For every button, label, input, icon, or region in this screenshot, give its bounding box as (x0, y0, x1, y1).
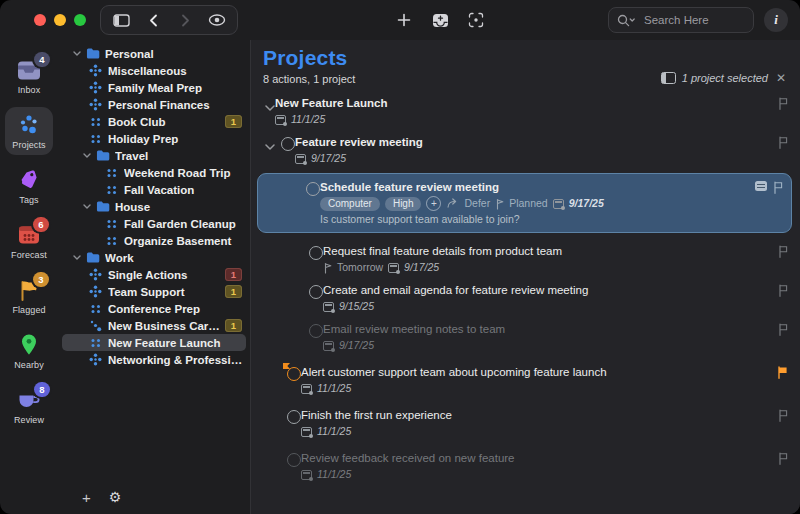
status-circle[interactable] (287, 410, 301, 424)
tree-item-miscellaneous[interactable]: Miscellaneous (62, 62, 246, 79)
focus-button[interactable] (460, 7, 492, 33)
task-row-email-review-meeting-notes[interactable]: Email review meeting notes to team 9/17/… (263, 321, 788, 353)
focus-scan-icon (468, 12, 484, 28)
project-grid-icon (90, 133, 102, 145)
toolbar-actions (388, 7, 492, 33)
chevron-down-icon (83, 153, 91, 158)
tree-folder-travel[interactable]: Travel (62, 147, 246, 164)
status-circle[interactable] (309, 324, 323, 338)
flag-outline-icon[interactable] (778, 97, 788, 110)
zoom-window-button[interactable] (74, 14, 86, 26)
flag-solid-icon[interactable] (777, 366, 788, 379)
task-row-schedule-feature-review-meeting[interactable]: Schedule feature review meeting Computer… (257, 173, 792, 233)
minimize-window-button[interactable] (54, 14, 66, 26)
due-date-icon (323, 302, 334, 312)
task-row-new-feature-launch[interactable]: New Feature Launch 11/1/25 (263, 95, 788, 127)
status-circle-flagged[interactable] (287, 367, 301, 381)
folder-icon (96, 150, 110, 161)
tag-pill[interactable]: Computer (320, 197, 380, 211)
tree-item-new-feature-launch[interactable]: New Feature Launch (62, 334, 246, 351)
tree-item-new-business-cards[interactable]: New Business Cards 1 (62, 317, 246, 334)
planned-label: Tomorrow (337, 260, 383, 275)
add-project-button[interactable]: + (82, 490, 91, 505)
flag-outline-icon[interactable] (778, 323, 788, 336)
due-date: 9/17/25 (404, 260, 439, 275)
single-actions-icon (89, 353, 102, 366)
tree-item-holiday-prep[interactable]: Holiday Prep (62, 130, 246, 147)
project-grid-icon (106, 184, 118, 196)
task-row-feature-review-meeting[interactable]: Feature review meeting 9/17/25 (263, 134, 788, 166)
search-icon (617, 14, 636, 27)
status-circle[interactable] (309, 246, 323, 260)
single-actions-icon (89, 64, 102, 77)
add-tag-button[interactable]: + (426, 196, 441, 211)
task-row-finish-first-run[interactable]: Finish the first run experience 11/1/25 (263, 407, 788, 439)
toggle-sidebar-button[interactable] (105, 7, 137, 33)
task-note: Is customer support team available to jo… (320, 212, 737, 226)
tree-item-book-club[interactable]: Book Club 1 (62, 113, 246, 130)
task-row-review-feedback[interactable]: Review feedback received on new feature … (263, 450, 788, 482)
tree-item-weekend-road-trip[interactable]: Weekend Road Trip (62, 164, 246, 181)
task-title: Finish the first run experience (301, 407, 742, 423)
search-field[interactable] (608, 7, 754, 33)
collapse-chevron-icon[interactable] (265, 97, 275, 115)
chevron-right-icon (181, 14, 190, 27)
view-options-button[interactable] (201, 7, 233, 33)
task-row-create-and-email-agenda[interactable]: Create and email agenda for feature revi… (263, 282, 788, 314)
main-header: Projects 8 actions, 1 project 1 project … (263, 46, 788, 85)
tree-folder-work[interactable]: Work (62, 249, 246, 266)
rail-item-flagged[interactable]: 3 Flagged (5, 272, 53, 320)
rail-item-tags[interactable]: Tags (5, 162, 53, 210)
tree-item-organize-basement[interactable]: Organize Basement (62, 232, 246, 249)
task-title: Create and email agenda for feature revi… (323, 282, 742, 298)
sidebar-settings-button[interactable] (109, 488, 122, 506)
inspector-info-button[interactable]: i (764, 8, 788, 32)
status-circle[interactable] (306, 182, 320, 196)
tree-item-networking-professional[interactable]: Networking & Professiona… (62, 351, 246, 368)
task-row-request-final-feature-details[interactable]: Request final feature details from produ… (263, 243, 788, 275)
flag-outline-icon[interactable] (773, 181, 783, 194)
tree-item-single-actions[interactable]: Single Actions 1 (62, 266, 246, 283)
add-to-inbox-button[interactable] (424, 7, 456, 33)
rail-item-projects[interactable]: Projects (5, 107, 53, 155)
task-title: Request final feature details from produ… (323, 243, 742, 259)
new-action-button[interactable] (388, 7, 420, 33)
collapse-chevron-icon[interactable] (265, 136, 275, 154)
status-circle[interactable] (287, 453, 301, 467)
tree-item-fall-vacation[interactable]: Fall Vacation (62, 181, 246, 198)
tree-item-family-meal-prep[interactable]: Family Meal Prep (62, 79, 246, 96)
rail-item-nearby[interactable]: Nearby (5, 327, 53, 375)
note-icon[interactable] (755, 181, 767, 191)
tree-item-conference-prep[interactable]: Conference Prep (62, 300, 246, 317)
plus-icon (397, 13, 411, 27)
rail-item-inbox[interactable]: 4 Inbox (5, 52, 53, 100)
rail-item-forecast[interactable]: 6 Forecast (5, 217, 53, 265)
flag-outline-icon[interactable] (778, 452, 788, 465)
planned-label: Planned (509, 196, 548, 211)
flagged-badge: 3 (33, 272, 49, 287)
forward-button[interactable] (169, 7, 201, 33)
tree-folder-house[interactable]: House (62, 198, 246, 215)
tree-item-team-support[interactable]: Team Support 1 (62, 283, 246, 300)
rail-item-review[interactable]: 8 Review (5, 382, 53, 430)
search-input[interactable] (642, 13, 745, 27)
task-title: Feature review meeting (295, 134, 742, 150)
clear-selection-button[interactable]: ✕ (776, 71, 786, 85)
flag-outline-icon[interactable] (778, 136, 788, 149)
status-circle[interactable] (281, 137, 295, 151)
status-circle[interactable] (309, 285, 323, 299)
overdue-badge: 1 (225, 268, 242, 281)
task-row-alert-customer-support[interactable]: Alert customer support team about upcomi… (263, 364, 788, 396)
flag-outline-icon[interactable] (778, 409, 788, 422)
nav-group (100, 5, 238, 35)
tree-folder-personal[interactable]: Personal (62, 45, 246, 62)
flag-outline-icon[interactable] (778, 245, 788, 258)
folder-icon (86, 48, 100, 59)
perspective-rail: 4 Inbox Projects Tags 6 Forecast (0, 40, 58, 514)
flag-outline-icon[interactable] (778, 284, 788, 297)
close-window-button[interactable] (34, 14, 46, 26)
back-button[interactable] (137, 7, 169, 33)
tree-item-personal-finances[interactable]: Personal Finances (62, 96, 246, 113)
tag-pill[interactable]: High (385, 197, 422, 211)
tree-item-fall-garden-cleanup[interactable]: Fall Garden Cleanup (62, 215, 246, 232)
